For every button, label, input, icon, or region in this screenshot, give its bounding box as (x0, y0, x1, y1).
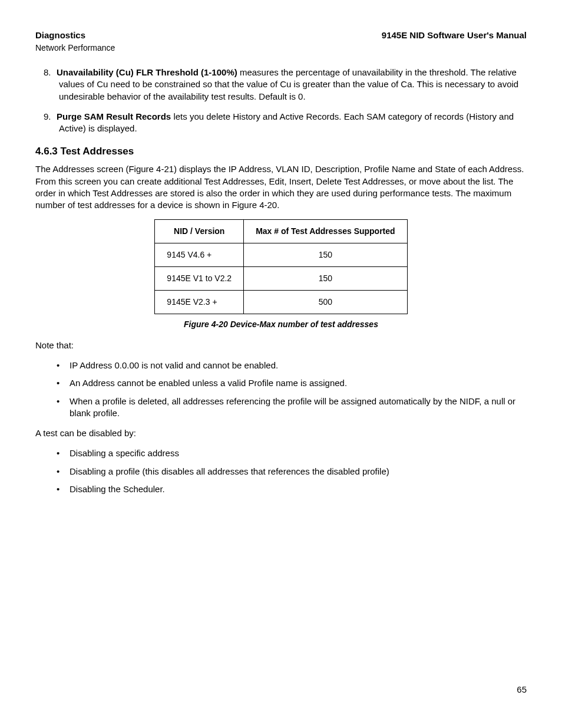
table-cell: 150 (244, 267, 408, 291)
table-cell: 150 (244, 243, 408, 267)
list-item: When a profile is deleted, all addresses… (70, 396, 527, 420)
table-row: 9145E V2.3 + 500 (155, 291, 407, 314)
table-row: 9145E V1 to V2.2 150 (155, 267, 407, 291)
list-bold: Unavailability (Cu) FLR Threshold (1-100… (57, 67, 237, 77)
note-intro: Note that: (35, 340, 527, 351)
list-item: Disabling a profile (this disables all a… (70, 466, 527, 477)
list-number: 8. (44, 67, 57, 78)
table-cell: 9145E V2.3 + (155, 291, 244, 314)
header-sub: Network Performance (35, 42, 527, 54)
page-number: 65 (35, 684, 527, 696)
list-item: 9.Purge SAM Result Records lets you dele… (59, 111, 527, 135)
list-item: 8.Unavailability (Cu) FLR Threshold (1-1… (59, 67, 527, 103)
list-item: An Address cannot be enabled unless a va… (70, 377, 527, 389)
figure-caption: Figure 4-20 Device-Max number of test ad… (35, 319, 527, 330)
notes-list: IP Address 0.0.00 is not valid and canno… (35, 360, 527, 419)
table-cell: 500 (244, 291, 408, 314)
page-header: Diagnostics 9145E NID Software User's Ma… (35, 29, 527, 41)
disable-list: Disabling a specific address Disabling a… (35, 447, 527, 495)
device-table: NID / Version Max # of Test Addresses Su… (154, 219, 407, 314)
list-item: Disabling a specific address (70, 447, 527, 459)
list-number: 9. (44, 111, 57, 123)
header-left: Diagnostics (35, 29, 85, 41)
table-header: Max # of Test Addresses Supported (244, 220, 408, 243)
table-header: NID / Version (155, 220, 244, 243)
table-cell: 9145E V1 to V2.2 (155, 267, 244, 291)
list-item: Disabling the Scheduler. (70, 483, 527, 495)
section-paragraph: The Addresses screen (Figure 4-21) displ… (35, 163, 527, 211)
section-heading: 4.6.3 Test Addresses (35, 145, 527, 159)
header-right: 9145E NID Software User's Manual (382, 29, 527, 41)
list-item: IP Address 0.0.00 is not valid and canno… (70, 360, 527, 371)
disable-intro: A test can be disabled by: (35, 427, 527, 439)
list-bold: Purge SAM Result Records (57, 111, 171, 121)
table-row: 9145 V4.6 + 150 (155, 243, 407, 267)
table-cell: 9145 V4.6 + (155, 243, 244, 267)
numbered-list: 8.Unavailability (Cu) FLR Threshold (1-1… (35, 67, 527, 134)
